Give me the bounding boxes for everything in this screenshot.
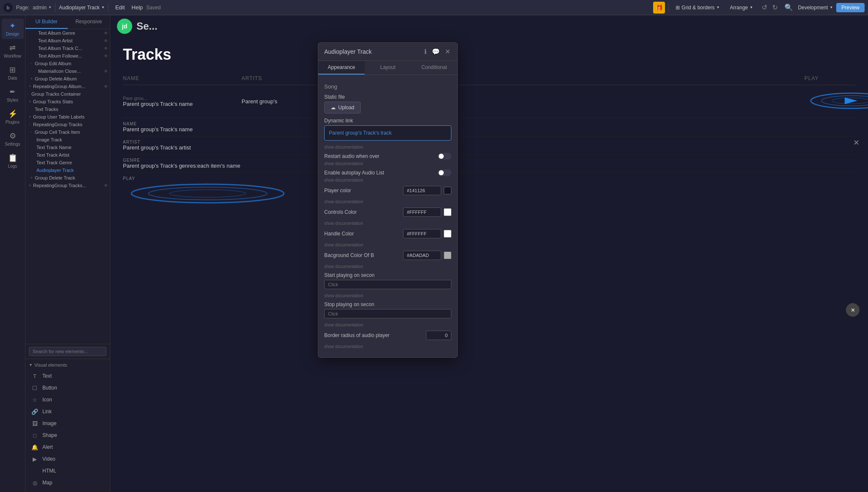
show-doc-start[interactable]: show documentation: [324, 293, 451, 298]
upload-button[interactable]: ☁ Upload: [324, 102, 361, 113]
element-item-text[interactable]: T Text: [29, 370, 106, 382]
visibility-icon[interactable]: 👁: [104, 39, 108, 43]
sidebar-item-settings[interactable]: ⚙ Settings: [2, 129, 24, 149]
sidebar-item-plugins[interactable]: ⚡ Plugins: [2, 107, 24, 127]
tree-item[interactable]: + Group Tracks Stats: [25, 98, 110, 105]
stop-playing-input[interactable]: [324, 309, 451, 318]
sidebar-item-data[interactable]: ⊞ Data: [2, 63, 24, 83]
help-link[interactable]: Help: [131, 4, 143, 11]
tree-toggle-icon: +: [29, 100, 33, 104]
visibility-icon[interactable]: 👁: [104, 46, 108, 51]
cancel-button[interactable]: ✕: [846, 303, 860, 317]
tree-item[interactable]: MaterialIcon Close... 👁: [25, 67, 110, 75]
show-doc-autoplay[interactable]: show documentation: [324, 178, 451, 182]
logs-icon: 📋: [8, 153, 17, 163]
show-doc-bg-color[interactable]: show documentation: [324, 264, 451, 269]
element-item-video[interactable]: ▶ Video: [29, 453, 106, 465]
arrange-button[interactable]: Arrange ▼: [726, 3, 757, 12]
dynamic-link-field[interactable]: Parent group's Track's track: [324, 125, 451, 141]
visibility-icon[interactable]: 👁: [104, 31, 108, 36]
bg-color-input[interactable]: [403, 251, 441, 260]
tree-item[interactable]: Text Album Track C... 👁: [25, 44, 110, 52]
show-doc-border-radius[interactable]: show documentation: [324, 344, 451, 349]
enable-autoplay-toggle[interactable]: [438, 169, 451, 176]
search-input[interactable]: [29, 347, 106, 356]
page-selector[interactable]: Page: admin ▼: [16, 5, 52, 11]
restart-audio-toggle[interactable]: [438, 153, 451, 160]
show-doc-stop[interactable]: show documentation: [324, 323, 451, 327]
element-item-alert[interactable]: 🔔 Alert: [29, 441, 106, 453]
show-doc-controls-color[interactable]: show documentation: [324, 221, 451, 226]
comment-icon[interactable]: 💬: [431, 47, 441, 56]
element-item-map[interactable]: ◎ Map: [29, 477, 106, 489]
element-item-button[interactable]: ☐ Button: [29, 382, 106, 394]
element-item-html[interactable]: HTML: [29, 465, 106, 477]
tree-item[interactable]: - RepeatingGroup Tracks: [25, 121, 110, 128]
tree-item[interactable]: + RepeatingGroup Album... 👁: [25, 83, 110, 90]
element-item-shape[interactable]: □ Shape: [29, 429, 106, 441]
tree-item[interactable]: + Group Delete Album: [25, 75, 110, 83]
tree-item[interactable]: Text Track Name: [25, 144, 110, 151]
tab-responsive[interactable]: Responsive: [68, 15, 110, 29]
sidebar-item-logs[interactable]: 📋 Logs: [2, 151, 24, 171]
tree-item[interactable]: Image Track: [25, 136, 110, 144]
tree-item[interactable]: Audioplayer Track: [25, 166, 110, 174]
close-row-button[interactable]: ✕: [853, 138, 860, 147]
visibility-icon[interactable]: 👁: [104, 183, 108, 188]
visibility-icon[interactable]: 👁: [104, 54, 108, 58]
tab-layout[interactable]: Layout: [364, 61, 411, 75]
tree-item[interactable]: Text Track Artist: [25, 151, 110, 159]
element-item-image[interactable]: 🖼 Image: [29, 417, 106, 429]
player-color-input[interactable]: [403, 186, 441, 195]
preview-button[interactable]: Preview: [836, 3, 865, 12]
controls-color-input[interactable]: [403, 207, 441, 217]
tab-appearance[interactable]: Appearance: [318, 61, 364, 75]
visibility-icon[interactable]: 👁: [104, 69, 108, 74]
tree-item[interactable]: - Group Edit Album: [25, 60, 110, 67]
show-doc-player-color[interactable]: show documentation: [324, 199, 451, 204]
element-item-icon[interactable]: ☆ Icon: [29, 394, 106, 406]
tree-item[interactable]: - Group Tracks Container: [25, 90, 110, 98]
handle-color-label: Handle Color: [324, 231, 400, 237]
sidebar-item-design[interactable]: ✦ Design: [2, 19, 24, 39]
tree-item[interactable]: + Group Delete Track: [25, 174, 110, 182]
controls-color-swatch[interactable]: [444, 208, 451, 216]
tree-item[interactable]: Text Tracks: [25, 105, 110, 113]
handle-color-swatch[interactable]: [444, 230, 451, 238]
show-doc-restart[interactable]: show documentation: [324, 161, 451, 166]
start-playing-input[interactable]: [324, 280, 451, 289]
bg-color-swatch[interactable]: [444, 252, 451, 259]
player-color-swatch[interactable]: [444, 187, 451, 194]
modal-tabs: AppearanceLayoutConditional: [318, 61, 457, 75]
sidebar-item-workflow[interactable]: ⇌ Workflow: [2, 41, 24, 61]
search-icon[interactable]: 🔍: [783, 2, 795, 13]
design-icon: ✦: [9, 21, 16, 30]
tab-conditional[interactable]: Conditional: [411, 61, 457, 75]
app-selector[interactable]: Audioplayer Track ▼: [59, 5, 105, 11]
tree-item[interactable]: Text Album Genre 👁: [25, 29, 110, 37]
tree-item[interactable]: Text Track Genre: [25, 159, 110, 166]
border-radius-input[interactable]: [426, 331, 451, 340]
redo-button[interactable]: ↻: [771, 3, 779, 12]
grid-borders-button[interactable]: ⊞ Grid & borders ▼: [672, 3, 723, 12]
tree-item-label: MaterialIcon Close...: [38, 69, 104, 74]
edit-link[interactable]: Edit: [115, 4, 125, 11]
gift-icon[interactable]: 🎁: [653, 2, 665, 14]
tree-item[interactable]: - Group Cell Track Item: [25, 128, 110, 136]
sidebar-item-styles[interactable]: ✒ Styles: [2, 85, 24, 105]
show-doc-handle-color[interactable]: show documentation: [324, 243, 451, 247]
undo-button[interactable]: ↺: [760, 3, 769, 12]
info-icon[interactable]: ℹ: [423, 47, 428, 56]
tree-item[interactable]: Text Album Artist 👁: [25, 37, 110, 44]
tree-item[interactable]: + RepeatingGroup Tracks... 👁: [25, 182, 110, 189]
dev-mode-button[interactable]: Development ▼: [798, 5, 833, 11]
show-doc-dynamic[interactable]: show documentation: [324, 145, 451, 149]
handle-color-input[interactable]: [403, 229, 441, 238]
tree-item[interactable]: + Group User Table Labels: [25, 113, 110, 121]
tree-item[interactable]: Text Album Followe... 👁: [25, 52, 110, 60]
element-item-link[interactable]: 🔗 Link: [29, 406, 106, 417]
sidebar-item-label: Styles: [7, 98, 18, 102]
close-icon[interactable]: ✕: [444, 47, 451, 56]
visibility-icon[interactable]: 👁: [104, 84, 108, 89]
tab-ui-builder[interactable]: UI Builder: [25, 15, 68, 29]
